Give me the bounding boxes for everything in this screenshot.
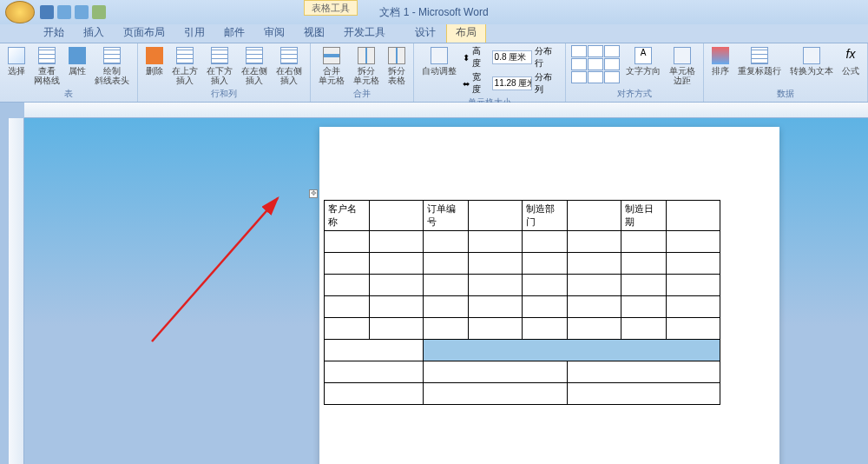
group-label: 合并 [316,87,408,100]
table-row[interactable]: 客户名称 订单编号 制造部门 制造日期 [325,201,720,231]
tab-view[interactable]: 视图 [295,23,333,43]
table-row[interactable] [325,318,720,340]
select-button[interactable]: 选择 [5,45,28,77]
document-table[interactable]: 客户名称 订单编号 制造部门 制造日期 [324,200,720,405]
cell-margins-button[interactable]: 单元格 边距 [667,45,698,87]
group-label: 表 [5,87,132,100]
table-cell[interactable] [667,201,720,231]
split-table-button[interactable]: 拆分 表格 [385,45,408,87]
ribbon: 选择 查看 网格线 属性 绘制 斜线表头 表 删除 在上方 插入 在下方 插入 … [0,43,868,103]
page[interactable]: ✥ 客户名称 订单编号 制造部门 制造日期 [319,127,779,464]
tabs-row: 开始 插入 页面布局 引用 邮件 审阅 视图 开发工具 设计 布局 [0,24,868,43]
quick-access-toolbar [40,5,106,19]
group-alignment: A文字方向 单元格 边距 对齐方式 [566,43,704,102]
table-row[interactable] [325,296,720,318]
delete-button[interactable]: 删除 [143,45,166,77]
align-tc[interactable] [588,45,603,57]
tab-table-design[interactable]: 设计 [406,23,444,43]
align-br[interactable] [604,71,620,83]
height-icon: ⬍ [463,53,470,63]
align-mr[interactable] [604,58,620,70]
group-rows-cols: 删除 在上方 插入 在下方 插入 在左侧 插入 在右侧 插入 行和列 [138,43,311,102]
context-tab-label: 表格工具 [304,0,358,16]
align-tl[interactable] [571,45,587,57]
table-row[interactable] [325,275,720,296]
tab-page-layout[interactable]: 页面布局 [115,23,174,43]
dist-rows-button[interactable]: 分布行 [535,45,560,70]
header-cell[interactable]: 客户名称 [325,201,370,231]
vertical-ruler[interactable] [9,118,24,464]
tab-table-layout[interactable]: 布局 [446,22,486,43]
width-input[interactable] [492,76,532,90]
table-cell[interactable] [325,340,424,361]
table-cell[interactable] [568,201,621,231]
workspace: ✥ 客户名称 订单编号 制造部门 制造日期 [0,103,868,464]
tab-review[interactable]: 审阅 [255,23,293,43]
group-label: 对齐方式 [571,87,698,100]
table-row[interactable] [325,361,720,383]
view-gridlines-button[interactable]: 查看 网格线 [31,45,62,87]
tab-references[interactable]: 引用 [175,23,214,43]
merge-cells-button[interactable]: 合并 单元格 [316,45,347,87]
horizontal-ruler[interactable] [24,103,868,118]
table-cell[interactable] [469,201,523,231]
convert-text-button[interactable]: 转换为文本 [787,45,836,77]
table-row[interactable] [325,340,720,361]
split-cells-button[interactable]: 拆分 单元格 [351,45,382,87]
tab-mailings[interactable]: 邮件 [215,23,253,43]
tab-insert[interactable]: 插入 [75,23,113,43]
autofit-button[interactable]: 自动调整 [419,45,459,77]
table-cell[interactable] [370,201,424,231]
align-ml[interactable] [571,58,587,70]
selected-cells[interactable] [424,340,720,361]
formula-button[interactable]: fx公式 [839,45,862,77]
draw-diagonal-button[interactable]: 绘制 斜线表头 [92,45,132,87]
tab-developer[interactable]: 开发工具 [335,23,394,43]
group-table: 选择 查看 网格线 属性 绘制 斜线表头 表 [0,43,138,102]
insert-above-button[interactable]: 在上方 插入 [169,45,201,87]
repeat-header-button[interactable]: 重复标题行 [735,45,784,77]
group-label: 行和列 [143,87,305,100]
office-button[interactable] [5,1,35,23]
redo-icon[interactable] [75,5,89,19]
table-row[interactable] [325,383,720,405]
height-input[interactable] [492,50,532,64]
dist-cols-button[interactable]: 分布列 [535,71,560,96]
header-cell[interactable]: 制造日期 [621,201,667,231]
table-move-handle[interactable]: ✥ [309,189,318,198]
print-icon[interactable] [92,5,106,19]
window-title: 文档 1 - Microsoft Word [379,5,488,20]
align-mc[interactable] [588,58,603,70]
group-merge: 合并 单元格 拆分 单元格 拆分 表格 合并 [311,43,414,102]
header-cell[interactable]: 制造部门 [523,201,568,231]
table-row[interactable] [325,253,720,275]
tab-home[interactable]: 开始 [35,23,73,43]
title-bar: 表格工具 文档 1 - Microsoft Word [0,0,868,24]
width-label: 宽度 [472,71,490,96]
width-icon: ⬌ [463,79,470,89]
align-bl[interactable] [571,71,587,83]
save-icon[interactable] [40,5,54,19]
undo-icon[interactable] [57,5,71,19]
text-direction-button[interactable]: A文字方向 [623,45,663,77]
document-area[interactable]: ✥ 客户名称 订单编号 制造部门 制造日期 [24,118,868,464]
align-tr[interactable] [604,45,620,57]
group-cell-size: 自动调整 ⬍高度分布行 ⬌宽度分布列 单元格大小 [414,43,566,102]
properties-button[interactable]: 属性 [66,45,89,77]
insert-left-button[interactable]: 在左侧 插入 [239,45,270,87]
table-row[interactable] [325,231,720,253]
alignment-grid [571,45,620,83]
header-cell[interactable]: 订单编号 [424,201,469,231]
sort-button[interactable]: 排序 [709,45,732,77]
group-label: 数据 [709,87,862,100]
height-label: 高度 [472,45,490,70]
align-bc[interactable] [588,71,603,83]
group-data: 排序 重复标题行 转换为文本 fx公式 数据 [704,43,868,102]
insert-right-button[interactable]: 在右侧 插入 [273,45,305,87]
insert-below-button[interactable]: 在下方 插入 [204,45,235,87]
